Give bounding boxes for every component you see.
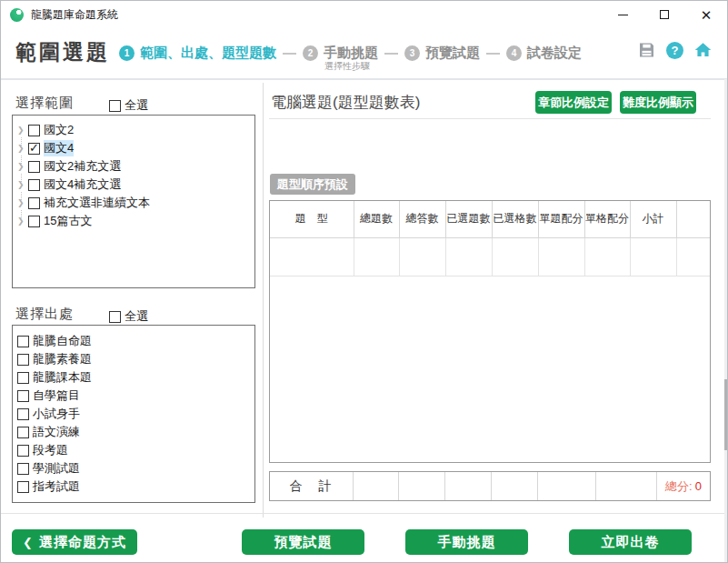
checkbox[interactable] [17, 445, 29, 457]
source-select-all[interactable]: 全選 [109, 308, 148, 325]
range-tree: 國文2 國文4 國文2補充文選 國文4補充文選 補充文選非連續文本 15篇古文 [12, 115, 255, 288]
checkbox[interactable] [28, 125, 40, 136]
step-4-paper-settings[interactable]: 4 試卷設定 [506, 45, 582, 62]
checkbox[interactable] [17, 427, 29, 438]
main-panel-title: 電腦選題(題型題數表) [271, 92, 420, 113]
col-total-answers: 總答數 [399, 201, 445, 237]
range-panel-title: 選擇範圍 [15, 95, 74, 112]
app-title: 龍騰題庫命題系統 [31, 7, 118, 23]
col-subtotal: 小計 [630, 201, 676, 237]
chevron-right-icon[interactable] [17, 163, 28, 171]
table-header-row: 題 型 總題數 總答數 已選題數 已選格數 單題配分 單格配分 小計 [270, 201, 710, 237]
step-connector [283, 53, 296, 55]
difficulty-ratio-button[interactable]: 難度比例顯示 [620, 91, 696, 114]
page-title: 範圍選題 [15, 38, 110, 66]
step-2-sublabel: 選擇性步驟 [324, 60, 370, 73]
chevron-right-icon[interactable] [17, 145, 28, 153]
back-to-mode-button[interactable]: ❮ 選擇命題方式 [12, 529, 137, 555]
tree-item[interactable]: 國文4補充文選 [13, 176, 254, 194]
step-3-preview[interactable]: 3 預覽試題 [404, 45, 480, 62]
source-panel-title: 選擇出處 [15, 306, 74, 323]
close-button[interactable]: ✕ [685, 1, 727, 28]
save-icon[interactable] [637, 41, 656, 59]
maximize-button[interactable] [643, 1, 685, 28]
step-1-badge: 1 [119, 45, 135, 61]
total-score-label: 總分: [665, 478, 693, 495]
minimize-button[interactable] [602, 1, 643, 28]
step-4-badge: 4 [506, 45, 522, 61]
window-controls: ✕ [602, 1, 727, 28]
list-item[interactable]: 段考題 [13, 441, 254, 459]
col-extra [676, 201, 710, 237]
total-score: 總分: 0 [657, 472, 710, 500]
generate-paper-button[interactable]: 立即出卷 [569, 529, 692, 555]
step-1-range[interactable]: 1 範圍、出處、題型題數 [119, 45, 276, 62]
col-points-per-question: 單題配分 [538, 201, 584, 237]
col-question-type: 題 型 [270, 201, 354, 237]
maximize-icon [660, 10, 669, 19]
chevron-right-icon[interactable] [17, 126, 28, 135]
tree-item[interactable]: 國文4 [13, 139, 254, 157]
step-2-badge: 2 [303, 45, 318, 61]
tree-item[interactable]: 國文2 [13, 121, 254, 139]
checkbox[interactable] [17, 372, 29, 384]
close-icon: ✕ [701, 8, 713, 22]
checkbox[interactable] [17, 408, 29, 420]
checkbox[interactable] [28, 161, 40, 173]
wizard-steps: 1 範圍、出處、題型題數 2 手動挑題 選擇性步驟 3 預覽試題 4 試卷設定 [119, 28, 582, 78]
list-item[interactable]: 龍騰自命題 [13, 332, 254, 350]
step-connector [486, 53, 500, 55]
type-order-default-button[interactable]: 題型順序預設 [270, 174, 355, 195]
list-item[interactable]: 指考試題 [13, 478, 254, 496]
step-2-manual-pick[interactable]: 2 手動挑題 選擇性步驟 [303, 45, 378, 62]
header-divider [1, 78, 727, 80]
checkbox[interactable] [28, 197, 40, 209]
app-window: 龍騰題庫命題系統 ✕ 範圍選題 1 範圍、出處、題型題數 2 手動挑題 選擇性步… [0, 0, 728, 563]
checkbox[interactable] [17, 336, 29, 347]
col-selected-questions: 已選題數 [445, 201, 492, 237]
list-item[interactable]: 龍騰素養題 [13, 350, 254, 368]
back-chevron-icon: ❮ [23, 536, 34, 549]
total-label: 合 計 [270, 472, 354, 500]
list-item[interactable]: 自學篇目 [13, 387, 254, 405]
col-points-per-cell: 單格配分 [584, 201, 630, 237]
range-select-all-checkbox[interactable] [109, 100, 121, 112]
chevron-right-icon[interactable] [17, 181, 28, 189]
col-total-questions: 總題數 [354, 201, 399, 237]
checkbox[interactable] [17, 481, 29, 493]
tree-item[interactable]: 15篇古文 [13, 212, 254, 230]
minimize-icon [618, 15, 628, 15]
home-icon[interactable] [693, 41, 713, 59]
app-logo-icon [10, 8, 24, 22]
titlebar: 龍騰題庫命題系統 ✕ [1, 1, 727, 28]
help-icon[interactable]: ? [666, 42, 683, 59]
preview-questions-button[interactable]: 預覽試題 [242, 529, 364, 555]
manual-pick-button[interactable]: 手動挑題 [405, 529, 528, 555]
list-item[interactable]: 小試身手 [13, 405, 254, 423]
header: 範圍選題 1 範圍、出處、題型題數 2 手動挑題 選擇性步驟 3 預覽試題 4 [1, 28, 727, 78]
list-item[interactable]: 語文演練 [13, 423, 254, 441]
totals-row: 合 計 總分: 0 [269, 471, 711, 501]
checkbox[interactable] [28, 179, 40, 191]
checkbox[interactable] [17, 390, 29, 402]
chevron-right-icon[interactable] [17, 199, 28, 207]
step-connector [384, 53, 398, 55]
tree-item[interactable]: 國文2補充文選 [13, 157, 254, 176]
scrollbar-thumb[interactable] [724, 379, 727, 450]
question-type-table: 題 型 總題數 總答數 已選題數 已選格數 單題配分 單格配分 小計 [269, 200, 711, 463]
checkbox[interactable] [17, 463, 29, 475]
range-select-all[interactable]: 全選 [109, 97, 148, 114]
list-item[interactable]: 學測試題 [13, 459, 254, 478]
tree-item[interactable]: 補充文選非連續文本 [13, 194, 254, 212]
source-select-all-checkbox[interactable] [109, 311, 121, 323]
checkbox-checked[interactable] [28, 143, 40, 155]
list-item[interactable]: 龍騰課本題 [13, 368, 254, 387]
checkbox[interactable] [28, 216, 40, 227]
checkbox[interactable] [17, 354, 29, 366]
total-score-value: 0 [695, 479, 702, 493]
footer-divider [1, 513, 727, 514]
chevron-right-icon[interactable] [17, 217, 28, 226]
main-title-divider [269, 118, 711, 119]
chapter-ratio-button[interactable]: 章節比例設定 [535, 91, 612, 114]
source-list: 龍騰自命題 龍騰素養題 龍騰課本題 自學篇目 小試身手 語文演練 段考題 學測 [12, 325, 255, 503]
